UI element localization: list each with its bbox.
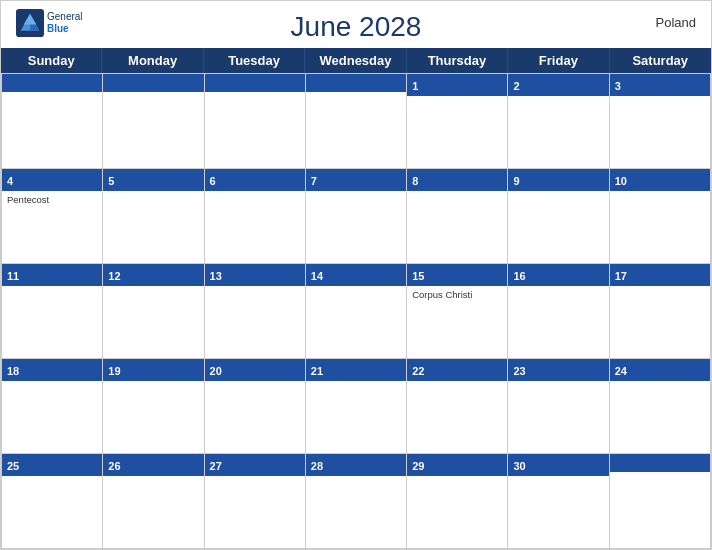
- day-cell: 7: [306, 169, 407, 264]
- day-number: 26: [108, 460, 120, 472]
- day-number: 23: [513, 365, 525, 377]
- day-cell: [2, 74, 103, 169]
- day-cell: 10: [610, 169, 711, 264]
- day-number: 11: [7, 270, 19, 282]
- day-cell: 11: [2, 264, 103, 359]
- day-cell: 3: [610, 74, 711, 169]
- event-label: Pentecost: [7, 194, 97, 205]
- day-number: 22: [412, 365, 424, 377]
- day-number: 27: [210, 460, 222, 472]
- week-row-1: 123: [2, 74, 711, 169]
- week-row-5: 252627282930: [2, 454, 711, 549]
- country-label: Poland: [656, 15, 696, 30]
- day-headers-row: Sunday Monday Tuesday Wednesday Thursday…: [1, 48, 711, 73]
- day-cell: 29: [407, 454, 508, 549]
- day-number: 9: [513, 175, 519, 187]
- day-cell: 24: [610, 359, 711, 454]
- day-number: 13: [210, 270, 222, 282]
- header-sunday: Sunday: [1, 48, 102, 73]
- day-cell: 16: [508, 264, 609, 359]
- day-number: 20: [210, 365, 222, 377]
- day-number: 28: [311, 460, 323, 472]
- day-number: 21: [311, 365, 323, 377]
- logo: General Blue: [16, 9, 83, 37]
- day-cell: 5: [103, 169, 204, 264]
- week-row-3: 1112131415Corpus Christi1617: [2, 264, 711, 359]
- logo-icon: [16, 9, 44, 37]
- day-cell: 6: [205, 169, 306, 264]
- header-thursday: Thursday: [407, 48, 508, 73]
- week-row-2: 4Pentecost5678910: [2, 169, 711, 264]
- header-tuesday: Tuesday: [204, 48, 305, 73]
- calendar-header: General Blue June 2028 Poland: [1, 1, 711, 48]
- day-number: 16: [513, 270, 525, 282]
- header-wednesday: Wednesday: [305, 48, 406, 73]
- day-number: 14: [311, 270, 323, 282]
- day-cell: 15Corpus Christi: [407, 264, 508, 359]
- logo-blue: Blue: [47, 23, 83, 35]
- day-cell: 17: [610, 264, 711, 359]
- day-cell: 28: [306, 454, 407, 549]
- day-number: 29: [412, 460, 424, 472]
- day-cell: [306, 74, 407, 169]
- day-cell: 18: [2, 359, 103, 454]
- day-cell: 23: [508, 359, 609, 454]
- day-number: 25: [7, 460, 19, 472]
- day-cell: 19: [103, 359, 204, 454]
- event-label: Corpus Christi: [412, 289, 502, 300]
- day-cell: [205, 74, 306, 169]
- day-number: 5: [108, 175, 114, 187]
- day-cell: 12: [103, 264, 204, 359]
- calendar-grid: 1234Pentecost56789101112131415Corpus Chr…: [1, 73, 711, 549]
- day-number: 6: [210, 175, 216, 187]
- logo-general: General: [47, 11, 83, 23]
- day-number: 17: [615, 270, 627, 282]
- day-number: 30: [513, 460, 525, 472]
- day-number: 10: [615, 175, 627, 187]
- day-cell: 2: [508, 74, 609, 169]
- day-number: 3: [615, 80, 621, 92]
- day-number: 2: [513, 80, 519, 92]
- header-saturday: Saturday: [610, 48, 711, 73]
- day-cell: 4Pentecost: [2, 169, 103, 264]
- day-cell: [610, 454, 711, 549]
- day-number: 4: [7, 175, 13, 187]
- day-cell: 22: [407, 359, 508, 454]
- day-cell: 26: [103, 454, 204, 549]
- day-cell: 13: [205, 264, 306, 359]
- calendar-title: June 2028: [291, 11, 422, 43]
- calendar: General Blue June 2028 Poland Sunday Mon…: [0, 0, 712, 550]
- logo-text: General Blue: [47, 11, 83, 35]
- day-number: 7: [311, 175, 317, 187]
- day-cell: 20: [205, 359, 306, 454]
- day-number: 12: [108, 270, 120, 282]
- day-cell: 27: [205, 454, 306, 549]
- day-number: 8: [412, 175, 418, 187]
- day-number: 19: [108, 365, 120, 377]
- header-monday: Monday: [102, 48, 203, 73]
- day-cell: 30: [508, 454, 609, 549]
- header-friday: Friday: [508, 48, 609, 73]
- week-row-4: 18192021222324: [2, 359, 711, 454]
- day-cell: [103, 74, 204, 169]
- day-cell: 1: [407, 74, 508, 169]
- day-cell: 25: [2, 454, 103, 549]
- day-cell: 21: [306, 359, 407, 454]
- day-cell: 14: [306, 264, 407, 359]
- day-number: 1: [412, 80, 418, 92]
- day-cell: 8: [407, 169, 508, 264]
- day-number: 24: [615, 365, 627, 377]
- day-number: 15: [412, 270, 424, 282]
- day-cell: 9: [508, 169, 609, 264]
- day-number: 18: [7, 365, 19, 377]
